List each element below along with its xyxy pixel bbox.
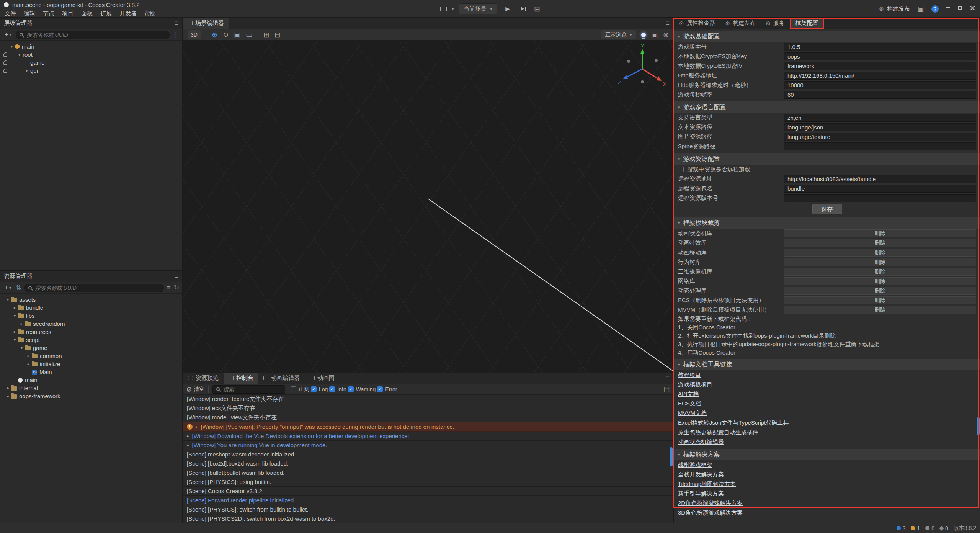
menubar-item[interactable]: 帮助: [140, 10, 160, 17]
hierarchy-search[interactable]: [16, 31, 170, 39]
log-row[interactable]: [Scene] [bullet]:bullet wasm lib loaded.: [183, 468, 673, 477]
gear-icon[interactable]: ⊛: [663, 31, 669, 39]
property-input[interactable]: [784, 43, 976, 51]
doc-link[interactable]: MVVM文档: [678, 410, 707, 417]
rotate-tool-icon[interactable]: ↻: [223, 31, 229, 39]
pivot-icon[interactable]: ⊞: [263, 31, 269, 39]
log-count-badge[interactable]: 3: [897, 525, 906, 531]
filter-icon[interactable]: ⋮: [173, 31, 179, 38]
console-tab[interactable]: 动画编辑器: [258, 373, 305, 384]
property-input[interactable]: [784, 62, 976, 70]
property-input[interactable]: [784, 91, 976, 99]
step-button[interactable]: [518, 3, 529, 14]
refresh-icon[interactable]: ↻: [174, 284, 179, 291]
panel-menu-icon[interactable]: ≡: [666, 20, 670, 26]
section-header[interactable]: ▾游戏基础配置: [674, 31, 980, 42]
mode-3d-button[interactable]: 3D: [188, 30, 201, 39]
expand-arrow-icon[interactable]: ▸: [25, 361, 32, 366]
expand-arrow-icon[interactable]: ▾: [5, 297, 11, 302]
asset-node[interactable]: ▸resources: [0, 328, 182, 336]
property-input[interactable]: [784, 194, 976, 202]
log-row[interactable]: [Window] render_texture文件夹不存在: [183, 395, 673, 404]
asset-node[interactable]: TSMain: [0, 368, 182, 376]
hierarchy-node[interactable]: ▾main: [0, 43, 182, 51]
asset-node[interactable]: ▾assets: [0, 296, 182, 304]
log-row[interactable]: ▸[Window] Download the Vue Devtools exte…: [183, 432, 673, 441]
delete-module-button[interactable]: 删除: [784, 258, 976, 266]
menubar-item[interactable]: 扩展: [96, 10, 116, 17]
task-count-badge[interactable]: 0: [940, 525, 948, 531]
help-icon[interactable]: ?: [931, 5, 939, 13]
play-button[interactable]: ▶: [502, 3, 513, 14]
asset-node[interactable]: ▾game: [0, 344, 182, 352]
console-tab[interactable]: 控制台: [224, 373, 258, 384]
property-input[interactable]: [784, 81, 976, 89]
package-icon[interactable]: ▣: [918, 5, 924, 13]
camera-icon[interactable]: ▣: [651, 31, 658, 39]
rect-tool-icon[interactable]: ▭: [246, 31, 252, 39]
checkbox-row[interactable]: 游戏中资源是否远程加载: [674, 165, 980, 174]
sort-icon[interactable]: ⇅: [16, 284, 21, 291]
export-log-icon[interactable]: ▤: [663, 386, 670, 392]
console-tab[interactable]: 资源预览: [183, 373, 224, 384]
doc-link[interactable]: 2D角色扮演游戏解决方案: [678, 500, 743, 507]
expand-arrow-icon[interactable]: ▸: [187, 443, 189, 448]
orientation-gizmo[interactable]: Y X Z: [616, 44, 669, 93]
warning-count-badge[interactable]: 1: [911, 525, 920, 531]
chevron-down-icon[interactable]: ▾: [452, 7, 454, 11]
panel-menu-icon[interactable]: ≡: [175, 273, 178, 280]
expand-arrow-icon[interactable]: ▸: [18, 321, 25, 326]
filter-info[interactable]: Info: [329, 386, 346, 392]
menubar-item[interactable]: 文件: [1, 10, 20, 17]
scene-selector[interactable]: 当前场景 ▾: [459, 3, 498, 14]
expand-arrow-icon[interactable]: ▸: [196, 424, 198, 429]
property-input[interactable]: [784, 133, 976, 141]
asset-node[interactable]: main: [0, 376, 182, 384]
console-tab[interactable]: 动画图: [305, 373, 340, 384]
expand-arrow-icon[interactable]: ▸: [11, 329, 18, 334]
filter-warning[interactable]: Warning: [348, 386, 376, 392]
doc-link[interactable]: 原生包热更新配置自动生成插件: [678, 429, 758, 436]
expand-arrow-icon[interactable]: ▸: [25, 353, 32, 358]
minimize-button[interactable]: [942, 2, 954, 13]
inspector-tab-active[interactable]: 框架配置: [790, 18, 824, 29]
log-row[interactable]: [Window] model_view文件夹不存在: [183, 413, 673, 422]
hierarchy-node[interactable]: ▸gui: [0, 67, 182, 75]
log-row[interactable]: ▸[Window] You are running Vue in develop…: [183, 441, 673, 450]
asset-node[interactable]: ▸oops-framework: [0, 392, 182, 400]
asset-node[interactable]: ▸seedrandom: [0, 320, 182, 328]
console-search-input[interactable]: [222, 386, 281, 393]
log-row[interactable]: [Scene] [PHYSICS]: switch from builtin t…: [183, 505, 673, 514]
checkbox-icon[interactable]: [678, 167, 684, 172]
delete-module-button[interactable]: 删除: [784, 268, 976, 276]
asset-node[interactable]: ▾script: [0, 336, 182, 344]
section-header[interactable]: ▾游戏资源配置: [674, 153, 980, 165]
clear-console-button[interactable]: 清空: [187, 386, 204, 393]
expand-arrow-icon[interactable]: ▾: [11, 337, 18, 342]
property-input[interactable]: [784, 52, 976, 60]
section-header[interactable]: ▾游戏多语言配置: [674, 101, 980, 113]
panel-menu-icon[interactable]: ≡: [175, 20, 178, 26]
property-input[interactable]: [784, 175, 976, 183]
inspector-tab[interactable]: ⊛构建发布: [720, 18, 761, 29]
layout-grid-icon[interactable]: ⊞: [534, 5, 540, 13]
section-header[interactable]: ▾框架解决方案: [674, 449, 980, 460]
save-button[interactable]: 保存: [812, 204, 842, 214]
delete-module-button[interactable]: 删除: [784, 249, 976, 257]
hierarchy-search-input[interactable]: [26, 31, 166, 38]
doc-link[interactable]: 教程项目: [678, 371, 701, 379]
inspector-scrollbar[interactable]: [977, 417, 980, 435]
doc-link[interactable]: 动画状态机编辑器: [678, 438, 724, 446]
log-row[interactable]: ▸[Window] [Vue warn]: Property "onInput"…: [183, 422, 673, 432]
delete-module-button[interactable]: 删除: [784, 296, 976, 304]
menubar-item[interactable]: 项目: [58, 10, 77, 17]
log-row[interactable]: [Scene] Forward render pipeline initiali…: [183, 496, 673, 505]
assets-search-input[interactable]: [34, 284, 160, 291]
scale-tool-icon[interactable]: ▣: [234, 31, 240, 39]
delete-module-button[interactable]: 删除: [784, 229, 976, 237]
preview-device-icon[interactable]: [440, 7, 447, 11]
doc-link[interactable]: 3D角色扮演游戏解决方案: [678, 509, 743, 517]
doc-link[interactable]: 游戏模板项目: [678, 381, 712, 388]
filter-error[interactable]: Error: [377, 386, 397, 392]
panel-menu-icon[interactable]: ≡: [666, 375, 670, 381]
